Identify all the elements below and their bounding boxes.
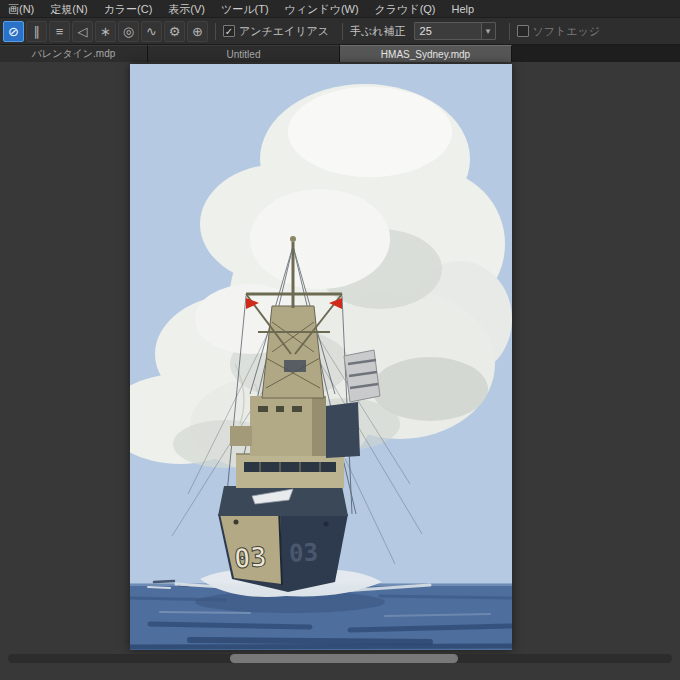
curve-snap-icon: ∿ xyxy=(146,25,157,38)
vanishing-point-snap-icon: ◁ xyxy=(78,25,88,38)
no-snap-button[interactable]: ⊘ xyxy=(3,21,24,42)
menu-item-cloud[interactable]: クラウド(Q) xyxy=(367,0,444,18)
document-tab-bar: バレンタイン.mdp Untitled HMAS_Sydney.mdp xyxy=(0,45,680,62)
menu-item-color[interactable]: カラー(C) xyxy=(96,0,161,18)
snap-settings-button[interactable]: ⚙ xyxy=(164,21,185,42)
tab-bar-empty-space xyxy=(512,45,680,62)
toolbar-separator xyxy=(509,23,510,40)
document-canvas[interactable]: 03 03 xyxy=(130,64,512,650)
antialias-checkbox[interactable]: ✓ xyxy=(223,25,235,37)
menu-item-view[interactable]: 表示(V) xyxy=(160,0,213,18)
menu-item-window[interactable]: ウィンドウ(W) xyxy=(277,0,367,18)
parallel-snap-icon: ∥ xyxy=(33,25,40,38)
tab-valentine[interactable]: バレンタイン.mdp xyxy=(0,45,148,62)
horizontal-snap-icon: ≡ xyxy=(56,25,64,38)
antialias-option: ✓ アンチエイリアス xyxy=(223,24,335,39)
hull-number-port: 03 xyxy=(233,541,268,574)
radial-snap-icon: ∗ xyxy=(100,25,111,38)
circle-snap-icon: ◎ xyxy=(123,25,134,38)
menu-item-help[interactable]: Help xyxy=(444,0,483,18)
stabilizer-value: 25 xyxy=(420,25,432,37)
stabilizer-label: 手ぶれ補正 xyxy=(350,24,406,39)
soft-edge-checkbox[interactable]: ✓ xyxy=(517,25,529,37)
menu-bar: 画(N) 定規(N) カラー(C) 表示(V) ツール(T) ウィンドウ(W) … xyxy=(0,0,680,18)
canvas-artwork: 03 03 xyxy=(130,64,512,650)
no-snap-icon: ⊘ xyxy=(8,25,19,38)
soft-edge-label: ソフトエッジ xyxy=(533,24,601,39)
tab-untitled[interactable]: Untitled xyxy=(148,45,340,62)
chevron-down-icon: ▾ xyxy=(481,23,495,39)
stabilizer-dropdown[interactable]: 25 ▾ xyxy=(414,22,496,40)
horizontal-scrollbar-thumb[interactable] xyxy=(230,654,458,663)
tab-hmas-sydney[interactable]: HMAS_Sydney.mdp xyxy=(340,45,512,62)
horizontal-snap-button[interactable]: ≡ xyxy=(49,21,70,42)
gear-icon: ⚙ xyxy=(169,25,181,38)
radial-snap-button[interactable]: ∗ xyxy=(95,21,116,42)
soft-edge-option: ✓ ソフトエッジ xyxy=(517,24,607,39)
snap-add-button[interactable]: ⊕ xyxy=(187,21,208,42)
vanishing-point-snap-button[interactable]: ◁ xyxy=(72,21,93,42)
antialias-label: アンチエイリアス xyxy=(239,24,329,39)
snap-toolbar: ⊘ ∥ ≡ ◁ ∗ ◎ ∿ ⚙ ⊕ ✓ アンチエイリアス 手ぶれ補正 25 ▾ … xyxy=(0,18,680,45)
menu-item-ruler[interactable]: 定規(N) xyxy=(42,0,95,18)
circle-snap-button[interactable]: ◎ xyxy=(118,21,139,42)
menu-item-tool[interactable]: ツール(T) xyxy=(213,0,277,18)
menu-item-screen[interactable]: 画(N) xyxy=(0,0,42,18)
check-icon: ✓ xyxy=(225,26,233,37)
curve-snap-button[interactable]: ∿ xyxy=(141,21,162,42)
workspace: 03 03 xyxy=(0,62,680,679)
parallel-snap-button[interactable]: ∥ xyxy=(26,21,47,42)
toolbar-separator xyxy=(342,23,343,40)
hull-number-starboard: 03 xyxy=(288,538,318,567)
horizontal-scrollbar[interactable] xyxy=(8,654,672,663)
toolbar-separator xyxy=(215,23,216,40)
snap-add-icon: ⊕ xyxy=(192,25,203,38)
